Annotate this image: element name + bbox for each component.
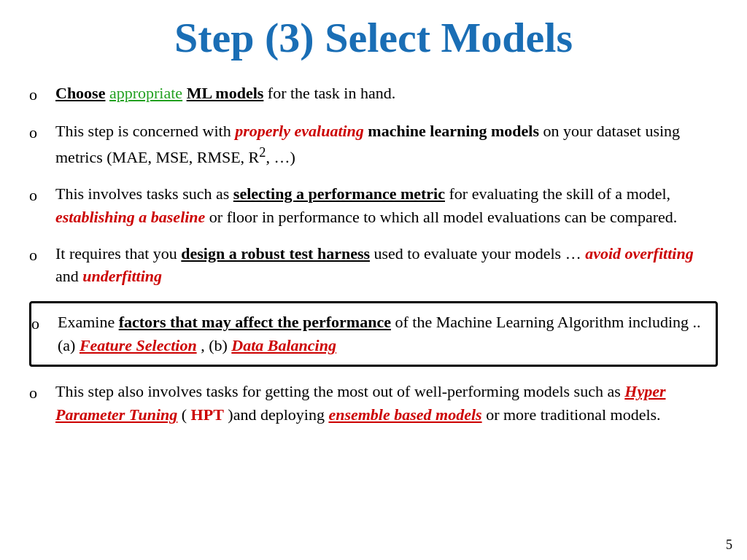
plain-text: Examine <box>58 313 119 331</box>
plain-text: , (b) <box>201 336 231 354</box>
list-item: o Choose appropriate ML models for the t… <box>29 82 718 106</box>
plain-text: )and deploying <box>228 405 328 424</box>
list-item: o It requires that you design a robust t… <box>29 242 718 289</box>
bullet-marker: o <box>29 83 55 106</box>
test-harness-text: design a robust test harness <box>181 244 370 262</box>
bullet-marker: o <box>29 381 55 405</box>
list-item: o This step also involves tasks for gett… <box>29 380 718 427</box>
list-item: o Examine factors that may affect the pe… <box>31 311 708 357</box>
bullet-content: It requires that you design a robust tes… <box>55 242 718 289</box>
bullet-content: Examine factors that may affect the perf… <box>58 311 708 357</box>
plain-text: This step is concerned with <box>55 122 235 140</box>
performance-metric-text: selecting a performance metric <box>233 184 445 203</box>
overfitting-text: avoid overfitting <box>585 244 693 262</box>
highlighted-section: o Examine factors that may affect the pe… <box>29 301 718 367</box>
plain-text: or more traditional models. <box>486 405 661 424</box>
feature-selection-text: Feature Selection <box>80 336 197 354</box>
factors-text: factors that may affect the performance <box>119 313 391 331</box>
bullet-content: This involves tasks such as selecting a … <box>55 182 718 229</box>
plain-text: It requires that you <box>55 244 181 262</box>
bullet-content: This step also involves tasks for gettin… <box>55 380 718 427</box>
baseline-text: establishing a baseline <box>55 208 205 226</box>
bullet-list: o Choose appropriate ML models for the t… <box>29 82 718 289</box>
list-item: o This step is concerned with properly e… <box>29 120 718 169</box>
last-bullet-list: o This step also involves tasks for gett… <box>29 380 718 427</box>
bullet-marker: o <box>31 312 58 335</box>
choose-text: Choose <box>55 84 105 102</box>
bullet-marker: o <box>29 184 55 207</box>
page-title: Step (3) Select Models <box>29 15 718 61</box>
plain-text: and <box>55 267 82 285</box>
data-balancing-text: Data Balancing <box>231 336 336 354</box>
bullet-content: This step is concerned with properly eva… <box>55 120 718 169</box>
plain-text: for evaluating the skill of a model, <box>449 184 670 203</box>
ml-models-text: ML models <box>187 84 264 102</box>
ensemble-text: ensemble based models <box>328 405 481 424</box>
plain-text: used to evaluate your models … <box>374 244 586 262</box>
list-item: o This involves tasks such as selecting … <box>29 182 718 229</box>
plain-text: This step also involves tasks for gettin… <box>55 382 624 400</box>
underfitting-text: underfitting <box>82 267 162 285</box>
highlighted-bullet-list: o Examine factors that may affect the pe… <box>31 311 708 357</box>
bullet-content: Choose appropriate ML models for the tas… <box>55 82 718 105</box>
page-number: 5 <box>726 537 732 553</box>
ml-models-bold: machine learning models <box>368 122 539 140</box>
hpt-text: HPT <box>191 405 224 424</box>
appropriate-text: appropriate <box>109 84 182 102</box>
plain-text: ( <box>182 405 187 424</box>
bullet-marker: o <box>29 121 55 144</box>
properly-evaluating-text: properly evaluating <box>235 122 364 140</box>
plain-text: This involves tasks such as <box>55 184 233 203</box>
plain-text: or floor in performance to which all mod… <box>209 208 677 226</box>
plain-text: for the task in hand. <box>268 84 395 102</box>
bullet-marker: o <box>29 244 55 267</box>
